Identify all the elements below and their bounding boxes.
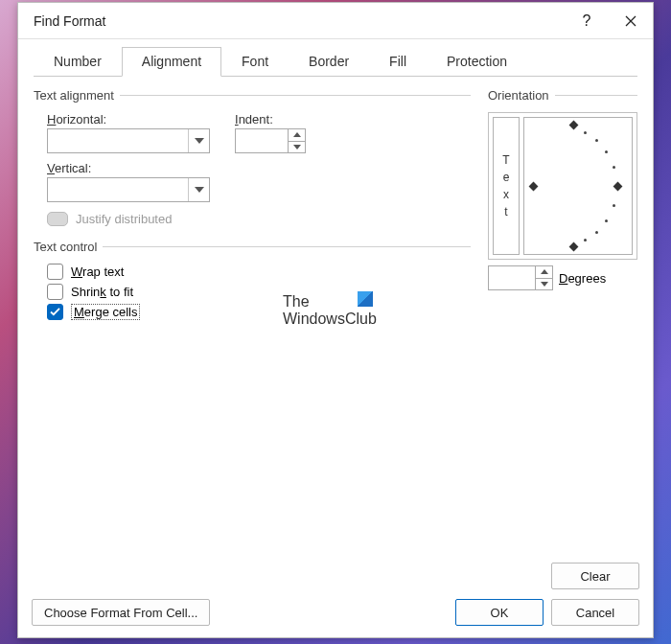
help-button[interactable]: ? [565, 3, 609, 39]
close-button[interactable] [609, 3, 653, 39]
checkbox-disabled-icon [47, 212, 68, 226]
watermark: The WindowsClub [283, 293, 377, 329]
tab-number[interactable]: Number [34, 47, 122, 77]
spin-up-icon [288, 129, 305, 142]
tab-protection[interactable]: Protection [427, 47, 527, 77]
orientation-vertical-text[interactable]: T e x t [493, 117, 520, 255]
justify-label: Justify distributed [76, 212, 172, 226]
spin-down-icon [535, 279, 552, 290]
cancel-button[interactable]: Cancel [551, 599, 639, 626]
merge-label: Merge cells [71, 304, 140, 320]
horizontal-combo[interactable] [47, 128, 210, 153]
indent-spinner[interactable] [235, 128, 306, 153]
chevron-down-icon [188, 129, 209, 152]
checkbox-checked-icon [47, 304, 63, 320]
text-control-group: Text control [34, 240, 471, 254]
text-alignment-group: Text alignment [34, 88, 471, 103]
tab-border[interactable]: Border [289, 47, 369, 77]
orientation-arc[interactable] [523, 117, 633, 255]
spin-down-icon [288, 142, 305, 153]
tab-alignment[interactable]: Alignment [122, 47, 221, 77]
tab-font[interactable]: Font [221, 47, 289, 77]
degrees-spinner[interactable] [488, 265, 553, 290]
chevron-down-icon [188, 178, 209, 201]
spin-up-icon [535, 266, 552, 279]
tab-bar: Number Alignment Font Border Fill Protec… [34, 47, 637, 77]
vertical-combo[interactable] [47, 177, 210, 202]
titlebar: Find Format ? [18, 3, 653, 39]
ok-button[interactable]: OK [455, 599, 544, 626]
degrees-label: Degrees [559, 271, 606, 286]
close-icon [625, 15, 636, 27]
choose-format-button[interactable]: Choose Format From Cell... [32, 599, 210, 626]
dialog-title: Find Format [34, 13, 565, 29]
indent-label: Indent: [235, 112, 306, 126]
shrink-to-fit-check[interactable]: Shrink to fit [47, 284, 471, 300]
wrap-label: Wrap text [71, 264, 124, 279]
wrap-text-check[interactable]: Wrap text [47, 264, 471, 280]
justify-distributed-check: Justify distributed [47, 212, 471, 226]
horizontal-label: Horizontal: [47, 112, 210, 126]
merge-cells-check[interactable]: Merge cells [47, 304, 471, 320]
vertical-label: Vertical: [47, 161, 471, 175]
shrink-label: Shrink to fit [71, 285, 133, 299]
clear-button[interactable]: Clear [551, 563, 639, 589]
orientation-group: Orientation T e x t [488, 88, 637, 290]
tab-fill[interactable]: Fill [369, 47, 427, 77]
find-format-dialog: Find Format ? Number Alignment Font Bord… [17, 2, 654, 638]
tab-content: Text alignment Horizontal: Indent: [34, 77, 637, 553]
